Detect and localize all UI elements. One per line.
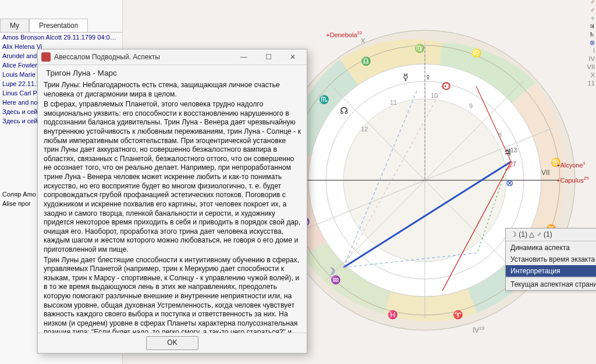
close-button[interactable]: ✕ xyxy=(282,51,303,63)
dialog-body[interactable]: Трин Луны: Неблагодарность есть стена, з… xyxy=(38,81,307,333)
svg-text:☽: ☽ xyxy=(327,266,335,276)
svg-text:8: 8 xyxy=(498,131,502,138)
ctx-aspect-dynamics[interactable]: Динамика аспекта xyxy=(506,242,596,254)
svg-text:♒: ♒ xyxy=(331,275,341,285)
svg-text:11: 11 xyxy=(390,99,397,106)
ctx-interpretation[interactable]: Интерпретация xyxy=(506,265,596,277)
dialog-titlebar[interactable]: Авессалом Подводный. Аспекты — ☐ ✕ xyxy=(38,49,307,65)
right-legend: ♂ ♂ ♀ ♃ ♄ ⊗ I IV VII X 11 xyxy=(587,0,595,87)
mc-mark: X xyxy=(361,37,365,44)
context-menu: ☽ (1) △ ♂ (1) Динамика аспекта Установит… xyxy=(505,228,596,291)
ctx-current-aspect-page[interactable]: Текущая аспектная страница… xyxy=(506,279,596,290)
svg-text:♎: ♎ xyxy=(361,56,371,66)
svg-text:♓: ♓ xyxy=(388,310,398,320)
svg-text:♈: ♈ xyxy=(453,310,463,320)
ok-button[interactable]: OK xyxy=(146,336,198,350)
list-item[interactable]: Amos Bronson Alcott 29.11.1799 04:0… xyxy=(0,33,122,42)
tab-my[interactable]: My xyxy=(0,19,29,32)
svg-text:10: 10 xyxy=(431,92,438,99)
svg-text:♍: ♍ xyxy=(414,44,425,53)
tabs: My Presentation xyxy=(0,19,122,33)
ctx-set-exact-time[interactable]: Установить время экзакта xyxy=(506,254,596,265)
svg-text:9: 9 xyxy=(469,102,473,109)
mars-deg: ♂27 xyxy=(505,161,516,167)
svg-text:♀: ♀ xyxy=(424,72,431,82)
ctx-header: ☽ (1) △ ♂ (1) xyxy=(506,229,596,240)
svg-text:☊: ☊ xyxy=(340,106,348,116)
paragraph: В сферах, управляемых Планетой, этого че… xyxy=(44,100,301,254)
svg-text:12: 12 xyxy=(361,126,368,133)
dialog-footer: OK xyxy=(38,333,307,353)
dialog-subject: Тригон Луна - Марс xyxy=(38,65,307,81)
svg-text:♏: ♏ xyxy=(319,95,329,105)
svg-text:⊗: ⊗ xyxy=(506,178,513,188)
svg-text:♌: ♌ xyxy=(471,48,482,58)
star-denebola: +Denebola22 xyxy=(326,30,362,38)
tab-presentation[interactable]: Presentation xyxy=(29,19,88,32)
interpretation-dialog: Авессалом Подводный. Аспекты — ☐ ✕ Триго… xyxy=(37,49,307,354)
svg-text:☿: ☿ xyxy=(403,72,409,82)
maximize-button[interactable]: ☐ xyxy=(258,51,279,63)
dsc-label: VII xyxy=(541,169,550,177)
ic-label: IV23 xyxy=(473,326,484,334)
star-capulus: +Capulus25 xyxy=(556,176,589,184)
star-alcyone: +Alcyone1 xyxy=(556,160,586,169)
dialog-title: Авессалом Подводный. Аспекты xyxy=(54,53,230,61)
paragraph: Трин Луны дает блестящие способности к и… xyxy=(44,256,301,333)
paragraph: Трин Луны: Неблагодарность есть стена, з… xyxy=(44,81,301,99)
jupiter-deg: ♃13 xyxy=(505,147,517,154)
minimize-button[interactable]: — xyxy=(233,51,254,63)
app-icon xyxy=(41,52,51,62)
